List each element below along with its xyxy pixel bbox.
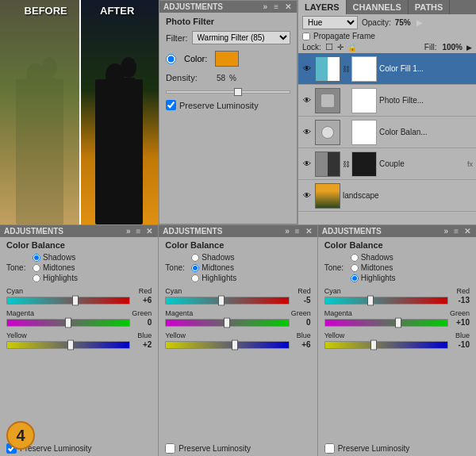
eye-icon-5[interactable]: 👁 [301,190,313,201]
cb-close-1[interactable]: ✕ [144,227,154,236]
lock-move-icon[interactable]: ✛ [337,43,344,52]
filter-label: Filter: [166,33,188,43]
cyan-label-1: Cyan [6,287,23,295]
cb-close-3[interactable]: ✕ [463,227,472,236]
cyan-red-track-3[interactable] [324,297,448,305]
midtones-label-2: Midtones [202,263,234,272]
layer-name-2: Photo Filte... [379,96,473,105]
opacity-arrow-icon[interactable]: ▶ [415,18,424,27]
yellow-blue-track-2[interactable] [165,341,289,349]
yellow-blue-thumb-3[interactable] [370,339,377,350]
cb-close-2[interactable]: ✕ [304,227,313,236]
radio-shadows-1[interactable] [33,254,40,262]
magenta-green-thumb-3[interactable] [395,317,401,328]
radio-highlights-3[interactable] [351,274,359,282]
density-slider-track[interactable] [166,90,290,94]
cb-arrows-3[interactable]: » [443,227,451,236]
adj-panel-title: Photo Filter [159,13,297,29]
cb-radio-midtones-2[interactable]: Midtones [191,263,236,272]
radio-highlights-2[interactable] [191,274,199,282]
cb-preserve-row-3: Preserve Luminosity [318,441,476,456]
magenta-label-2: Magenta [165,309,193,317]
layer-item-color-balance[interactable]: 👁 Color Balan... [298,117,476,148]
cyan-red-thumb-1[interactable] [72,295,79,305]
adj-header-title: ADJUSTMENTS [163,2,223,11]
magenta-green-thumb-1[interactable] [65,317,71,328]
yellow-blue-track-3[interactable] [324,341,448,349]
layer-item-photo-filter[interactable]: 👁 Photo Filte... [298,85,476,117]
blue-label-3: Blue [455,331,470,339]
cb-menu-3[interactable]: ≡ [452,227,460,236]
layer-item-color-fill[interactable]: 👁 ⛓ Color Fill 1... [298,53,476,85]
color-radio[interactable] [166,54,176,64]
layer-item-couple[interactable]: 👁 ⛓ Couple fx [298,148,476,180]
lock-lock-icon[interactable]: 🔒 [347,43,357,52]
cb-radio-shadows-1[interactable]: Shadows [33,253,78,262]
magenta-green-track-1[interactable] [6,319,130,327]
propagate-label: Propagate Frame [313,32,375,40]
lock-label: Lock: [302,43,321,52]
density-slider-thumb[interactable] [234,88,242,96]
yellow-blue-value-1: +2 [134,340,152,349]
cb-slider-cyan-red-1: Cyan Red +6 [6,287,152,305]
adj-arrows-icon[interactable]: » [262,2,270,11]
eye-icon-1[interactable]: 👁 [301,63,313,75]
cyan-red-thumb-3[interactable] [367,295,374,305]
eye-icon-4[interactable]: 👁 [301,159,313,170]
layer-item-landscape[interactable]: 👁 landscape [298,180,476,212]
blend-mode-select[interactable]: Hue [302,16,358,29]
radio-highlights-1[interactable] [33,274,40,282]
cyan-red-value-3: -13 [452,296,470,305]
lock-box-icon[interactable]: ☐ [325,42,333,52]
preserve-checkbox-3[interactable] [324,443,335,454]
fill-arrow-icon[interactable]: ▶ [466,44,472,52]
eye-icon-2[interactable]: 👁 [301,95,313,106]
adj-close-icon[interactable]: ✕ [283,2,293,11]
magenta-green-value-2: 0 [294,318,311,327]
yellow-blue-track-1[interactable] [6,341,130,349]
magenta-green-track-3[interactable] [324,319,448,327]
filter-select[interactable]: Warming Filter (85) [192,31,291,44]
step-badge-4: 4 [6,421,35,450]
midtones-label-1: Midtones [43,263,75,272]
eye-icon-3[interactable]: 👁 [301,127,313,138]
radio-midtones-1[interactable] [33,264,40,272]
tab-paths[interactable]: PATHS [409,0,451,14]
cb-slider-magenta-green-3: Magenta Green +10 [324,309,470,327]
cb-radio-highlights-3[interactable]: Highlights [351,274,396,282]
cb-radio-highlights-1[interactable]: Highlights [33,274,78,282]
color-swatch[interactable] [215,51,239,67]
adj-menu-icon[interactable]: ≡ [272,2,280,11]
radio-midtones-3[interactable] [351,264,359,272]
adj-filter-row: Filter: Warming Filter (85) [159,29,297,47]
magenta-green-track-2[interactable] [165,319,289,327]
preserve-label-3: Preserve Luminosity [338,444,410,453]
yellow-blue-thumb-2[interactable] [232,339,238,350]
preserve-checkbox-2[interactable] [165,443,175,454]
cb-radio-shadows-3[interactable]: Shadows [351,253,396,262]
radio-shadows-2[interactable] [191,254,199,262]
propagate-checkbox[interactable] [302,33,310,40]
cyan-red-track-2[interactable] [165,297,289,305]
cb-menu-2[interactable]: ≡ [294,227,301,236]
preserve-luminosity-checkbox[interactable] [166,100,176,110]
cb-header-3: ADJUSTMENTS » ≡ ✕ [318,225,476,237]
yellow-blue-thumb-1[interactable] [67,339,74,350]
magenta-green-thumb-2[interactable] [224,317,230,328]
cb-radio-midtones-1[interactable]: Midtones [33,263,78,272]
cb-menu-1[interactable]: ≡ [134,227,142,236]
tab-channels[interactable]: CHANNELS [347,0,409,14]
cb-radio-midtones-3[interactable]: Midtones [351,263,396,272]
cb-radio-shadows-2[interactable]: Shadows [191,253,236,262]
layer-name-5: landscape [343,191,473,200]
cb-arrows-2[interactable]: » [283,227,291,236]
adj-color-row: Color: [159,47,297,71]
cyan-red-track-1[interactable] [6,297,130,305]
tab-layers[interactable]: LAYERS [298,0,347,14]
cb-arrows-1[interactable]: » [125,227,132,236]
cb-radio-highlights-2[interactable]: Highlights [191,274,236,282]
radio-shadows-3[interactable] [351,254,359,262]
cyan-red-thumb-2[interactable] [218,295,225,305]
radio-midtones-2[interactable] [191,264,199,272]
lock-row: Lock: ☐ ✛ 🔒 Fill: 100% ▶ [298,41,476,53]
